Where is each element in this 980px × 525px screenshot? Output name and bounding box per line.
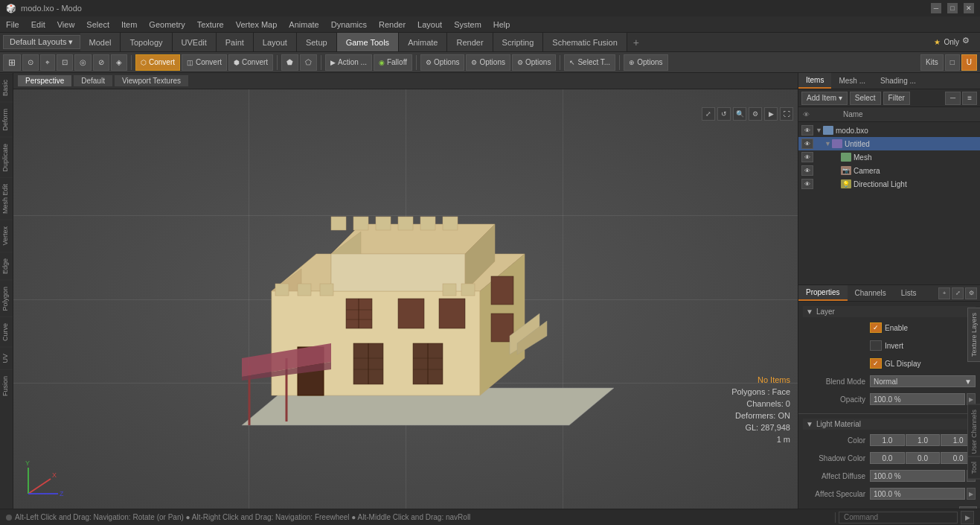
close-button[interactable]: ✕ [964,3,974,13]
invert-checkbox[interactable] [870,340,882,351]
collapse-button[interactable]: ─ [945,92,961,105]
unreal-btn[interactable]: U [961,54,977,71]
props-tab-properties[interactable]: Properties [798,285,848,301]
tab-topology[interactable]: Topology [121,33,172,51]
menu-item[interactable]: Item [115,16,143,32]
tree-item-modo-bxo[interactable]: 👁 ▼ modo.bxo [798,124,980,137]
vtab-duplicate[interactable]: Duplicate [0,137,13,178]
vp-expand-button[interactable]: ⛶ [780,107,793,121]
tool-tab[interactable]: Tool [967,456,980,480]
tool-new[interactable]: ⊞ [3,54,21,71]
minimize-button[interactable]: ─ [931,3,941,13]
menu-button[interactable]: ≡ [962,92,977,105]
add-item-button[interactable]: Add Item ▾ [801,92,848,105]
items-tab-items[interactable]: Items [798,73,831,89]
user-channels-tab[interactable]: User Channels [967,404,980,459]
falloff-button[interactable]: ◉ Falloff [374,54,412,71]
tree-item-mesh[interactable]: 👁 Mesh [798,150,980,164]
opacity-value[interactable]: 100.0 % [870,393,965,405]
eye-modo-bxo[interactable]: 👁 [801,125,813,136]
menu-layout[interactable]: Layout [411,16,448,32]
menu-edit[interactable]: Edit [25,16,51,32]
command-run-button[interactable]: ▶ [961,511,974,524]
menu-render[interactable]: Render [373,16,411,32]
color-g[interactable]: 1.0 [906,434,941,446]
menu-help[interactable]: Help [487,16,516,32]
shadow-g[interactable]: 0.0 [906,452,941,464]
eye-untitled[interactable]: 👁 [801,139,813,149]
items-tab-shading[interactable]: Shading ... [873,73,923,89]
vp-rotate-button[interactable]: ↺ [717,107,731,121]
display-btn[interactable]: □ [945,54,960,71]
opacity-arrow[interactable]: ▶ [967,393,976,405]
vtab-fusion[interactable]: Fusion [0,369,13,402]
tool-b2[interactable]: ⌖ [40,54,55,71]
affect-specular-arrow[interactable]: ▶ [967,488,976,500]
eye-camera[interactable]: 👁 [801,165,813,176]
convert-button-3[interactable]: ⬢ Convert [228,54,273,71]
tab-game-tools[interactable]: Game Tools [337,33,400,51]
affect-specular-value[interactable]: 100.0 % [870,488,965,500]
options-button-3[interactable]: ⚙ Options [512,54,556,71]
tree-item-light[interactable]: 👁 💡 Directional Light [798,177,980,191]
items-tab-mesh[interactable]: Mesh ... [831,73,873,89]
props-tab-channels[interactable]: Channels [848,285,894,301]
eye-mesh[interactable]: 👁 [801,152,813,162]
options-button-1[interactable]: ⚙ Options [420,54,464,71]
shadow-r[interactable]: 0.0 [870,452,905,464]
gl-display-checkbox[interactable]: ✓ [870,358,882,369]
maximize-button[interactable]: □ [947,3,958,13]
vtab-deform[interactable]: Deform [0,102,13,137]
menu-system[interactable]: System [448,16,487,32]
menu-dynamics[interactable]: Dynamics [325,16,373,32]
vp-maximize-button[interactable]: ⤢ [702,107,715,121]
action-button[interactable]: ▶ Action ... [325,54,372,71]
menu-animate[interactable]: Animate [283,16,324,32]
layout-dropdown[interactable]: Default Layouts ▾ [3,35,80,49]
enable-checkbox[interactable]: ✓ [870,322,882,333]
vp-tab-default[interactable]: Default [74,75,113,86]
vtab-vertex[interactable]: Vertex [0,220,13,252]
tab-scripting[interactable]: Scripting [493,33,544,51]
vp-settings-button[interactable]: ⚙ [749,107,762,121]
props-settings-button[interactable]: ⚙ [965,287,977,299]
tool-b3[interactable]: ⊡ [57,54,73,71]
tab-layout[interactable]: Layout [254,33,297,51]
props-bottom-nav[interactable]: >> [959,506,977,509]
props-expand-button[interactable]: ⤢ [952,287,964,299]
tool-shape2[interactable]: ⬠ [300,54,317,71]
eye-light[interactable]: 👁 [801,179,813,189]
tab-model[interactable]: Model [80,33,121,51]
vtab-basic[interactable]: Basic [0,73,13,102]
tab-animate[interactable]: Animate [399,33,447,51]
tab-add-button[interactable]: + [627,33,645,51]
select-button[interactable]: ↖ Select T... [564,54,615,71]
color-r[interactable]: 1.0 [870,434,905,446]
texture-layers-tab[interactable]: Texture Layers [967,308,980,362]
affect-diffuse-value[interactable]: 100.0 % [870,470,965,482]
vtab-edge[interactable]: Edge [0,252,13,280]
select-button[interactable]: Select [850,92,881,105]
menu-file[interactable]: File [0,16,25,32]
tree-item-untitled[interactable]: 👁 ▼ Untitled [798,137,980,150]
menu-geometry[interactable]: Geometry [143,16,190,32]
menu-vertex-map[interactable]: Vertex Map [230,16,284,32]
convert-button-1[interactable]: ⬡ Convert [135,54,180,71]
vtab-uv[interactable]: UV [0,347,13,369]
vtab-polygon[interactable]: Polygon [0,280,13,317]
vtab-mesh-edit[interactable]: Mesh Edit [0,177,13,220]
vp-tab-textures[interactable]: Viewport Textures [115,75,189,86]
convert-button-2[interactable]: ◫ Convert [182,54,227,71]
blend-mode-dropdown[interactable]: Normal ▼ [870,375,976,387]
vp-zoom-button[interactable]: 🔍 [733,107,746,121]
tree-item-camera[interactable]: 👁 📷 Camera [798,164,980,177]
options2-button[interactable]: ⊕ Options [624,54,667,71]
tab-paint[interactable]: Paint [217,33,254,51]
tab-schematic[interactable]: Schematic Fusion [543,33,627,51]
command-input[interactable] [839,512,958,524]
props-tab-lists[interactable]: Lists [894,285,924,301]
menu-select[interactable]: Select [80,16,115,32]
menu-view[interactable]: View [51,16,81,32]
vp-tab-perspective[interactable]: Perspective [18,75,72,86]
vtab-curve[interactable]: Curve [0,316,13,347]
